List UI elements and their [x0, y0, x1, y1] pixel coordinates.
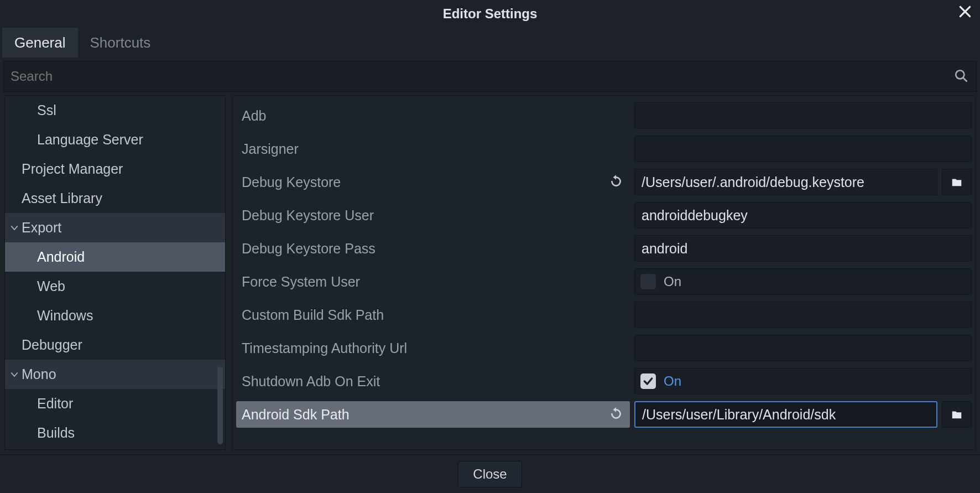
tree-item-label: Project Manager	[22, 161, 123, 177]
android-sdk-path-input[interactable]	[634, 401, 937, 428]
tree-item-label: Editor	[37, 396, 73, 412]
tree-item-web[interactable]: Web	[5, 272, 225, 301]
checkbox-box	[640, 373, 656, 389]
tree-item-label: Ssl	[37, 102, 56, 118]
tree-item-label: Builds	[37, 425, 75, 441]
tree-item-label: Windows	[37, 308, 93, 324]
close-button[interactable]: Close	[458, 461, 522, 487]
tree-item-debugger[interactable]: Debugger	[5, 330, 225, 360]
adb-input[interactable]	[634, 102, 972, 129]
tree-item-label: Export	[22, 220, 61, 236]
tab-general-label: General	[14, 34, 66, 51]
prop-label-text: Android Sdk Path	[242, 407, 350, 423]
tree-item-label: Android	[37, 249, 85, 265]
tree-item-label: Debugger	[22, 337, 82, 353]
checkbox-box	[640, 274, 656, 289]
prop-label-text: Debug Keystore	[242, 174, 341, 190]
debug-keystore-pass-input[interactable]	[634, 235, 972, 262]
chevron-down-icon	[9, 370, 22, 380]
prop-label-shutdown-adb-on-exit: Shutdown Adb On Exit	[236, 368, 630, 395]
jarsigner-input[interactable]	[634, 136, 972, 162]
timestamping-authority-url-input[interactable]	[634, 335, 972, 361]
prop-label-force-system-user: Force System User	[236, 268, 630, 295]
tree-item-label: Mono	[22, 366, 56, 382]
properties-panel: Adb Jarsigner Debug Keystore Debug Key	[232, 95, 976, 450]
prop-row-debug-keystore-pass: Debug Keystore Pass	[236, 232, 972, 265]
tab-bar: General Shortcuts	[0, 28, 980, 58]
prop-label-jarsigner: Jarsigner	[236, 136, 630, 162]
search-row	[3, 61, 977, 92]
tree-item-asset-library[interactable]: Asset Library	[5, 184, 225, 213]
content-body: Ssl Language Server Project Manager Asse…	[0, 95, 980, 454]
revert-icon[interactable]	[609, 174, 624, 190]
settings-tree[interactable]: Ssl Language Server Project Manager Asse…	[4, 95, 226, 450]
prop-label-timestamping-authority-url: Timestamping Authority Url	[236, 335, 630, 361]
tree-item-label: Asset Library	[22, 190, 102, 206]
prop-row-adb: Adb	[236, 99, 972, 132]
tree-item-android[interactable]: Android	[5, 242, 225, 272]
tab-shortcuts[interactable]: Shortcuts	[78, 28, 163, 58]
tree-item-windows[interactable]: Windows	[5, 301, 225, 330]
prop-label-debug-keystore-pass: Debug Keystore Pass	[236, 235, 630, 262]
window-title: Editor Settings	[443, 6, 538, 22]
tab-shortcuts-label: Shortcuts	[90, 34, 151, 51]
checkbox-label: On	[664, 274, 681, 289]
checkbox-label: On	[664, 373, 681, 389]
force-system-user-checkbox[interactable]: On	[634, 268, 972, 295]
footer: Close	[0, 454, 980, 493]
revert-icon[interactable]	[609, 407, 624, 422]
tree-item-mono[interactable]: Mono	[5, 360, 225, 389]
prop-label-debug-keystore-user: Debug Keystore User	[236, 202, 630, 229]
prop-row-shutdown-adb-on-exit: Shutdown Adb On Exit On	[236, 365, 972, 398]
tree-item-project-manager[interactable]: Project Manager	[5, 154, 225, 184]
debug-keystore-user-input[interactable]	[634, 202, 972, 229]
browse-button[interactable]	[942, 169, 972, 195]
prop-label-adb: Adb	[236, 102, 630, 129]
title-bar: Editor Settings	[0, 0, 980, 28]
prop-row-debug-keystore-user: Debug Keystore User	[236, 199, 972, 232]
prop-row-custom-build-sdk-path: Custom Build Sdk Path	[236, 298, 972, 331]
tree-item-editor[interactable]: Editor	[5, 389, 225, 418]
prop-label-android-sdk-path: Android Sdk Path	[236, 401, 630, 428]
prop-row-android-sdk-path: Android Sdk Path	[236, 398, 972, 431]
prop-row-debug-keystore: Debug Keystore	[236, 165, 972, 199]
tab-general[interactable]: General	[2, 28, 78, 58]
tree-item-export[interactable]: Export	[5, 213, 225, 242]
search-input[interactable]	[11, 69, 954, 84]
tree-item-label: Web	[37, 278, 65, 294]
prop-row-force-system-user: Force System User On	[236, 265, 972, 298]
custom-build-sdk-path-input[interactable]	[634, 302, 972, 328]
chevron-down-icon	[9, 223, 22, 233]
close-icon[interactable]	[958, 4, 972, 19]
close-button-label: Close	[473, 466, 507, 482]
prop-label-custom-build-sdk-path: Custom Build Sdk Path	[236, 302, 630, 328]
tree-item-label: Language Server	[37, 132, 143, 148]
debug-keystore-input[interactable]	[634, 169, 937, 195]
scrollbar-thumb[interactable]	[217, 367, 223, 444]
prop-row-timestamping-authority-url: Timestamping Authority Url	[236, 331, 972, 365]
shutdown-adb-on-exit-checkbox[interactable]: On	[634, 368, 972, 395]
prop-label-debug-keystore: Debug Keystore	[236, 169, 630, 195]
browse-button[interactable]	[942, 401, 972, 428]
tree-item-ssl[interactable]: Ssl	[5, 96, 225, 125]
search-icon	[954, 69, 969, 84]
tree-item-language-server[interactable]: Language Server	[5, 125, 225, 154]
svg-marker-2	[613, 407, 616, 412]
prop-row-jarsigner: Jarsigner	[236, 132, 972, 165]
tree-item-builds[interactable]: Builds	[5, 418, 225, 448]
